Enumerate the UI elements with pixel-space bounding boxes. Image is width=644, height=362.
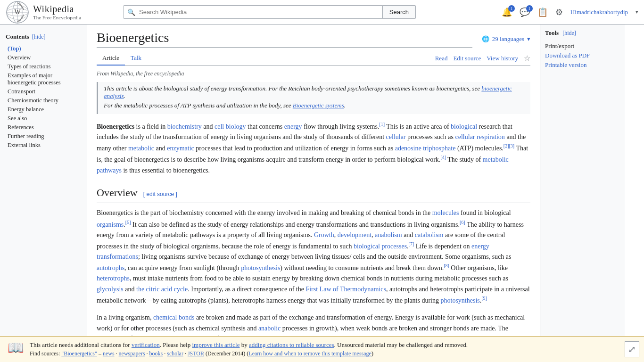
energy-link[interactable]: energy <box>284 123 302 130</box>
cellular-link[interactable]: cellular <box>386 133 406 140</box>
tab-article[interactable]: Article <box>97 51 125 66</box>
toc-item-further[interactable]: Further reading <box>6 132 81 141</box>
source-bioenergetics-link[interactable]: "Bioenergetics" <box>61 350 97 357</box>
cell-biology-link[interactable]: cell biology <box>215 123 246 130</box>
ref-7[interactable]: [7] <box>409 241 414 247</box>
watchlist-star-icon[interactable]: ☆ <box>524 54 530 63</box>
fullscreen-button[interactable]: ⤢ <box>625 341 639 357</box>
catabolism-link[interactable]: catabolism <box>415 231 444 239</box>
search-input[interactable] <box>124 5 382 19</box>
enzymatic-link[interactable]: enzymatic <box>167 145 194 152</box>
tools-link[interactable]: Printable version <box>545 61 586 68</box>
source-jstor-link[interactable]: JSTOR <box>188 350 204 357</box>
user-dropdown-icon[interactable]: ▾ <box>636 9 638 15</box>
settings-icon[interactable]: ⚙ <box>555 7 563 17</box>
cellular-respiration-link[interactable]: cellular respiration <box>455 133 505 140</box>
logo-area: W Wikipedia The Free Encyclopedia <box>6 0 114 24</box>
biological-processes-link[interactable]: biological processes <box>354 243 407 250</box>
tools-item: Print/export <box>545 41 620 51</box>
toc-hide-button[interactable]: [hide] <box>32 33 46 41</box>
ref-8[interactable]: [8] <box>444 263 449 268</box>
tabs-left: Article Talk <box>97 51 147 65</box>
tools-title: Tools <box>545 29 559 37</box>
language-count[interactable]: 29 languages <box>492 35 524 43</box>
toc-item-references[interactable]: References <box>6 123 81 132</box>
header-right: 🔔 1 💬 1 📋 ⚙ Himadrichakrabortydip ▾ <box>502 7 638 17</box>
toc-item-cotransport[interactable]: Cotransport <box>6 87 81 96</box>
tools-link[interactable]: Download as PDF <box>545 52 590 59</box>
toc-item-chemiosmotic[interactable]: Chemiosmotic theory <box>6 96 81 105</box>
language-selector[interactable]: 🌐 29 languages ▾ <box>482 35 530 43</box>
source-books-link[interactable]: books <box>149 350 163 357</box>
citation-main-text: This article needs additional citations … <box>30 341 636 349</box>
citation-sources-line: Find sources: "Bioenergetics" – news · n… <box>30 350 636 357</box>
ref-1[interactable]: [1] <box>379 122 385 127</box>
metabolic-link[interactable]: metabolic <box>128 145 154 152</box>
citation-needs: needs additional citations for <box>59 341 130 348</box>
user-menu[interactable]: Himadrichakrabortydip <box>570 8 628 16</box>
citric-acid-link[interactable]: the citric acid cycle <box>136 286 188 293</box>
glycolysis-link[interactable]: glycolysis <box>97 286 124 293</box>
energy-transformations-link[interactable]: energy transformations <box>97 243 489 260</box>
wikipedia-tagline: The Free Encyclopedia <box>33 15 81 20</box>
overview-edit-link[interactable]: [ edit source ] <box>143 190 177 199</box>
learn-more-link[interactable]: Learn how and when to remove this templa… <box>248 350 372 357</box>
photosynthesis-link-2[interactable]: photosynthesis <box>441 297 480 304</box>
wikipedia-globe-icon[interactable]: W <box>6 0 29 24</box>
molecules-link[interactable]: molecules <box>432 209 459 216</box>
atp-link[interactable]: adenosine triphosphate <box>395 145 456 152</box>
tools-header: Tools [hide] <box>545 29 620 37</box>
wikipedia-wordmark[interactable]: Wikipedia <box>33 4 81 15</box>
logo-text: Wikipedia The Free Encyclopedia <box>33 4 81 20</box>
ref-9[interactable]: [9] <box>481 296 487 301</box>
biological-link[interactable]: biological <box>451 123 477 130</box>
toc-item-energy[interactable]: Energy balance <box>6 105 81 114</box>
first-law-link[interactable]: First Law of Thermodynamics <box>305 286 386 293</box>
tab-read[interactable]: Read <box>435 55 448 62</box>
photosynthesis-link-1[interactable]: photosynthesis <box>241 264 280 272</box>
toc-item-external[interactable]: External links <box>6 141 81 150</box>
tab-edit-source[interactable]: Edit source <box>453 55 481 62</box>
tab-view-history[interactable]: View history <box>487 55 518 62</box>
chemical-bonds-link[interactable]: chemical bonds <box>153 314 194 321</box>
notifications-icon[interactable]: 🔔 1 <box>502 7 512 17</box>
ref-4[interactable]: [4] <box>440 155 446 160</box>
toc-item-top[interactable]: (Top) <box>6 44 81 53</box>
toc-item-examples[interactable]: Examples of major bioenergetic processes <box>6 71 81 87</box>
autotrophs-link[interactable]: autotrophs <box>97 264 124 272</box>
tools-item[interactable]: Download as PDF <box>545 51 620 60</box>
talkpage-icon[interactable]: 💬 1 <box>520 7 530 17</box>
toc-item-overview[interactable]: Overview <box>6 53 81 62</box>
improve-article-link[interactable]: improve this article <box>192 341 239 348</box>
anabolism-link[interactable]: anabolism <box>375 231 402 239</box>
ref-2[interactable]: [2][3] <box>504 143 514 148</box>
toc-header: Contents [hide] <box>6 33 81 41</box>
verification-link[interactable]: verification <box>132 341 160 348</box>
anabolic-link[interactable]: anabolic <box>258 325 281 332</box>
citation-text-4: . Unsourced material may be challenged a… <box>334 341 468 348</box>
toc-item-see-also[interactable]: See also <box>6 114 81 123</box>
contributions-icon[interactable]: 📋 <box>537 7 548 17</box>
ref-5[interactable]: [5] <box>125 220 131 225</box>
source-scholar-link[interactable]: scholar <box>167 350 183 357</box>
search-form: 🔍 Search <box>124 5 416 19</box>
biochemistry-link[interactable]: biochemistry <box>167 123 202 130</box>
search-button[interactable]: Search <box>382 5 416 19</box>
organisms-link[interactable]: organisms <box>97 221 124 228</box>
adding-citations-link[interactable]: adding citations to reliable sources <box>249 341 334 348</box>
tools-hide-button[interactable]: [hide] <box>562 30 576 37</box>
tab-talk[interactable]: Talk <box>125 51 147 66</box>
source-newspapers-link[interactable]: newspapers <box>119 350 145 357</box>
heterotrophs-link[interactable]: heterotrophs <box>97 275 130 282</box>
metabolic-pathways-link[interactable]: metabolic pathways <box>97 156 509 173</box>
tools-sidebar: Tools [hide] Print/exportDownload as PDF… <box>540 25 625 362</box>
source-news-link[interactable]: news <box>103 350 115 357</box>
toc-item-types[interactable]: Types of reactions <box>6 62 81 71</box>
growth-link[interactable]: Growth <box>314 231 334 239</box>
tools-items-list: Print/exportDownload as PDFPrintable ver… <box>545 41 620 70</box>
tools-item[interactable]: Printable version <box>545 60 620 70</box>
table-of-contents: Contents [hide] (Top)OverviewTypes of re… <box>0 25 87 362</box>
bioenergetic-systems-link[interactable]: Bioenergetic systems <box>293 102 344 109</box>
ref-6[interactable]: [6] <box>460 220 465 225</box>
development-link[interactable]: development <box>338 231 372 239</box>
